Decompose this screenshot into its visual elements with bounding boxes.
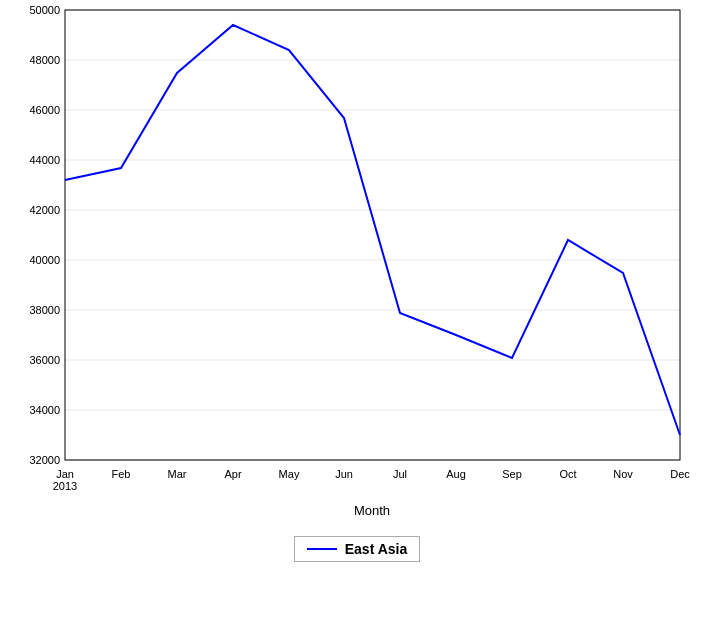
x-label-may: May: [279, 468, 300, 480]
y-tick-40000: 40000: [29, 254, 60, 266]
chart-container: 50000 48000 46000 44000 42000 40000 3800…: [0, 0, 714, 621]
plot-border: [65, 10, 680, 460]
x-label-jul: Jul: [393, 468, 407, 480]
y-tick-42000: 42000: [29, 204, 60, 216]
chart-svg: 50000 48000 46000 44000 42000 40000 3800…: [10, 0, 704, 530]
y-tick-50000: 50000: [29, 4, 60, 16]
legend-line-east-asia: [307, 548, 337, 550]
x-axis-label: Month: [354, 503, 390, 518]
x-label-mar: Mar: [168, 468, 187, 480]
legend-label-east-asia: East Asia: [345, 541, 408, 557]
x-label-aug: Aug: [446, 468, 466, 480]
y-axis: 50000 48000 46000 44000 42000 40000 3800…: [29, 4, 680, 466]
x-label-feb: Feb: [112, 468, 131, 480]
y-tick-34000: 34000: [29, 404, 60, 416]
x-label-oct: Oct: [559, 468, 576, 480]
y-tick-36000: 36000: [29, 354, 60, 366]
y-tick-38000: 38000: [29, 304, 60, 316]
y-tick-48000: 48000: [29, 54, 60, 66]
east-asia-line: [65, 25, 680, 435]
x-label-nov: Nov: [613, 468, 633, 480]
x-label-dec: Dec: [670, 468, 690, 480]
y-tick-32000: 32000: [29, 454, 60, 466]
x-label-2013: 2013: [53, 480, 77, 492]
x-label-jun: Jun: [335, 468, 353, 480]
x-label-jan: Jan: [56, 468, 74, 480]
x-label-sep: Sep: [502, 468, 522, 480]
y-tick-46000: 46000: [29, 104, 60, 116]
x-axis-labels: Jan 2013 Feb Mar Apr May Jun Jul Aug Sep…: [53, 468, 691, 492]
chart-legend: East Asia: [294, 536, 421, 562]
y-tick-44000: 44000: [29, 154, 60, 166]
x-label-apr: Apr: [224, 468, 241, 480]
